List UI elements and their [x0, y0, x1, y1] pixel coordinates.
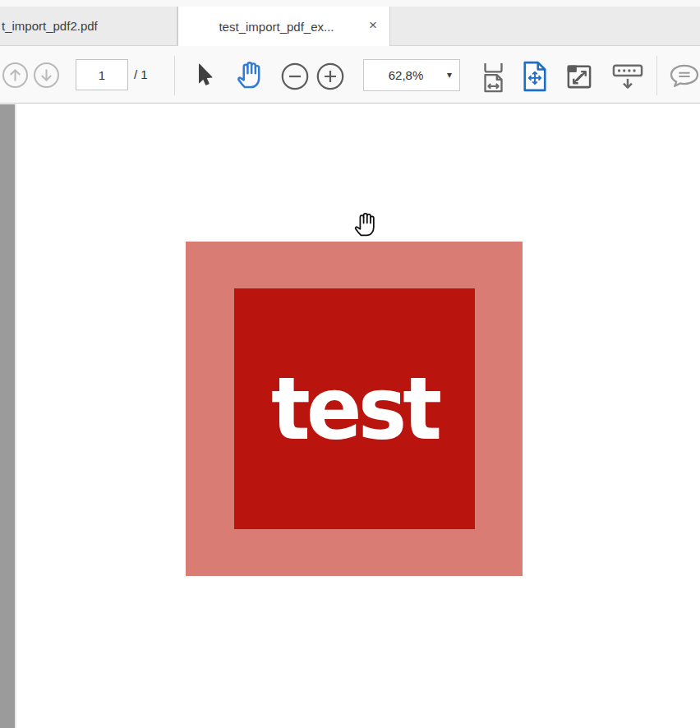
next-page-button[interactable]: [33, 62, 60, 89]
hand-cursor-icon: [353, 210, 376, 238]
zoom-in-button[interactable]: [315, 62, 345, 91]
zoom-level-value: 62,8%: [389, 68, 424, 82]
cursor-arrow-icon: [194, 62, 215, 87]
circle-plus-icon: [315, 62, 345, 91]
pdf-outer-square: test: [186, 242, 523, 576]
pdf-viewer-window: t_import_pdf2.pdf test_import_pdf_ex... …: [0, 0, 700, 728]
toolbar-separator: [174, 56, 175, 95]
tab-document-1[interactable]: t_import_pdf2.pdf: [0, 7, 177, 45]
comment-button[interactable]: [669, 62, 700, 90]
fit-width-button[interactable]: [477, 61, 510, 94]
hand-tool-button[interactable]: [233, 59, 265, 90]
previous-page-button[interactable]: [2, 62, 29, 89]
zoom-level-dropdown[interactable]: 62,8% ▾: [363, 59, 460, 91]
document-area: test: [0, 104, 700, 728]
read-mode-icon: [565, 62, 593, 90]
select-tool-button[interactable]: [192, 60, 217, 90]
comment-icon: [669, 63, 700, 90]
tab-bar: t_import_pdf2.pdf test_import_pdf_ex... …: [0, 0, 700, 46]
page-number-input[interactable]: [76, 59, 128, 90]
circle-arrow-up-icon: [2, 62, 29, 89]
fit-page-icon: [522, 60, 548, 93]
tab-label: t_import_pdf2.pdf: [2, 19, 98, 33]
zoom-out-button[interactable]: [280, 62, 310, 91]
circle-arrow-down-icon: [33, 62, 60, 89]
pdf-inner-square: test: [234, 288, 475, 529]
canvas-strip: [0, 104, 16, 728]
page-count-label: / 1: [134, 59, 148, 90]
dropdown-caret-icon: ▾: [447, 69, 452, 81]
tab-label: test_import_pdf_ex...: [219, 20, 334, 34]
read-mode-button[interactable]: [564, 62, 593, 90]
toolbar: / 1: [0, 46, 700, 104]
hand-icon: [234, 59, 264, 90]
hide-toolbar-button[interactable]: [610, 62, 645, 93]
tab-document-2[interactable]: test_import_pdf_ex... ×: [177, 7, 390, 46]
close-icon[interactable]: ×: [365, 17, 381, 34]
toolbar-separator: [656, 56, 657, 95]
circle-minus-icon: [280, 62, 310, 91]
fit-page-button[interactable]: [521, 59, 549, 94]
pdf-text: test: [271, 366, 438, 453]
fit-width-icon: [478, 61, 509, 94]
hide-toolbar-icon: [611, 62, 644, 92]
